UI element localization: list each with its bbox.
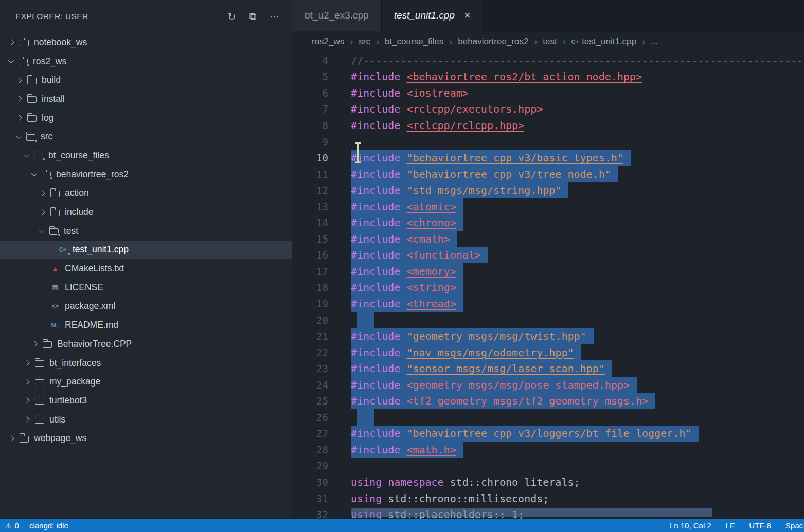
chevron-right-icon [39,209,45,215]
code-line-7[interactable]: 7#include <rclcpp/executors.hpp> [292,101,804,118]
code-line-27[interactable]: 27#include "behaviortree_cpp_v3/loggers/… [292,426,804,442]
tree-item-install[interactable]: install [0,89,292,108]
tree-item-ros2_ws[interactable]: ros2_ws [0,52,292,71]
line-number: 8 [292,117,328,134]
code-line-14[interactable]: 14#include <chrono> [292,214,804,231]
tree-item-label: src [41,131,52,142]
tree-item-bt_interfaces[interactable]: bt_interfaces [0,354,292,373]
status-right: Ln 10, Col 2LFUTF-8Spac [670,521,803,530]
code-line-10[interactable]: 10#include "behaviortree_cpp_v3/basic_ty… [292,150,804,166]
code-line-28[interactable]: 28#include <math.h> [292,442,804,458]
explorer-sidebar: EXPLORER: USER ↻⧉⋯ notebook_wsros2_wsbui… [0,0,292,519]
code-line-13[interactable]: 13#include <atomic> [292,198,804,215]
line-number: 28 [292,442,328,458]
breadcrumb-item-test_unit1.cpp[interactable]: C+test_unit1.cpp [571,36,636,47]
tab-bt_u2_ex3.cpp[interactable]: bt_u2_ex3.cpp [292,0,382,31]
code-line-21[interactable]: 21#include "geometry_msgs/msg/twist.hpp" [292,328,804,344]
code-line-16[interactable]: 16#include <functional> [292,247,804,264]
code-line-29[interactable]: 29 [292,458,804,474]
breadcrumb-item-bt_course_files[interactable]: bt_course_files [385,36,443,47]
code-editor[interactable]: 4//-------------------------------------… [292,52,804,519]
breadcrumb-item-...[interactable]: ... [651,36,658,47]
code-line-25[interactable]: 25#include <tf2_geometry_msgs/tf2_geomet… [292,393,804,409]
tree-item-include[interactable]: include [0,203,292,222]
line-number: 31 [292,490,328,507]
code-line-17[interactable]: 17#include <memory> [292,263,804,280]
status-cursor-position[interactable]: Ln 10, Col 2 [670,521,711,530]
modified-dot [49,176,53,180]
code-line-22[interactable]: 22#include "nav_msgs/msg/odometry.hpp" [292,344,804,361]
folder-icon [27,96,37,103]
tree-item-my_package[interactable]: my_package [0,372,292,391]
status-eol-sequence[interactable]: LF [726,521,735,530]
tree-item-BehaviorTree.CPP[interactable]: BehaviorTree.CPP [0,335,292,354]
breadcrumb-item-src[interactable]: src [359,36,370,47]
status-indentation[interactable]: Spac [785,521,803,530]
tree-item-turtlebot3[interactable]: turtlebot3 [0,391,292,410]
code-line-4[interactable]: 4//-------------------------------------… [292,52,804,69]
chevron-right-icon [24,360,29,365]
tree-item-label: utils [49,414,65,425]
code-line-12[interactable]: 12#include "std_msgs/msg/string.hpp" [292,182,804,198]
code-line-23[interactable]: 23#include "sensor_msgs/msg/laser_scan.h… [292,360,804,377]
tree-item-LICENSE[interactable]: ▤LICENSE [0,278,292,297]
tree-item-build[interactable]: build [0,70,292,89]
vscode-window: EXPLORER: USER ↻⧉⋯ notebook_wsros2_wsbui… [0,0,804,519]
code-line-15[interactable]: 15#include <cmath> [292,231,804,247]
breadcrumb-item-behaviortree_ros2[interactable]: behaviortree_ros2 [458,36,528,47]
tree-item-label: BehaviorTree.CPP [57,339,132,350]
tree-item-package.xml[interactable]: <>package.xml [0,297,292,316]
breadcrumb-separator: › [376,36,379,47]
code-line-24[interactable]: 24#include <geometry_msgs/msg/pose_stamp… [292,377,804,393]
chevron-right-icon [16,77,22,83]
refresh-icon[interactable]: ↻ [228,11,236,23]
status-encoding[interactable]: UTF-8 [749,521,771,530]
chevron-right-icon [39,190,45,196]
tree-item-src[interactable]: src [0,127,292,146]
modified-dot [26,63,30,67]
code-line-11[interactable]: 11#include "behaviortree_cpp_v3/tree_nod… [292,166,804,182]
tree-item-notebook_ws[interactable]: notebook_ws [0,33,292,52]
md-file-icon: M↓ [50,322,60,329]
tree-item-label: my_package [49,376,100,387]
tree-item-CMakeLists.txt[interactable]: ▲CMakeLists.txt [0,259,292,278]
code-line-6[interactable]: 6#include <iostream> [292,85,804,101]
breadcrumb-item-ros2_ws[interactable]: ros2_ws [312,36,344,47]
code-line-8[interactable]: 8#include <rclcpp/rclcpp.hpp> [292,117,804,134]
tree-item-test[interactable]: test [0,222,292,241]
tab-test_unit1.cpp[interactable]: test_unit1.cpp× [382,0,484,31]
code-line-9[interactable]: 9 [292,134,804,150]
status-problems[interactable]: ⚠0 [5,521,19,530]
tree-item-README.md[interactable]: M↓README.md [0,316,292,335]
more-actions-icon[interactable]: ⋯ [270,11,279,23]
chevron-right-icon [24,398,29,403]
code-line-20[interactable]: 20 [292,312,804,328]
folder-icon [34,153,43,159]
code-line-30[interactable]: 30using namespace std::chrono_literals; [292,474,804,490]
code-line-18[interactable]: 18#include <string> [292,280,804,296]
tree-item-action[interactable]: action [0,184,292,203]
code-line-26[interactable]: 26 [292,409,804,426]
tree-item-test_unit1.cpp[interactable]: C+test_unit1.cpp [0,241,292,260]
tree-item-bt_course_files[interactable]: bt_course_files [0,146,292,165]
code-line-19[interactable]: 19#include <thread> [292,296,804,312]
chevron-down-icon [31,171,37,176]
folder-icon [35,360,44,367]
modified-dot [42,157,46,161]
tree-item-log[interactable]: log [0,108,292,127]
close-icon[interactable]: × [464,10,471,21]
code-line-5[interactable]: 5#include <behaviortree_ros2/bt_action_n… [292,69,804,85]
chevron-right-icon [8,435,14,441]
horizontal-scrollbar[interactable] [351,508,712,517]
tree-item-label: README.md [65,320,118,331]
tree-item-label: bt_course_files [48,150,109,161]
tree-item-behaviortree_ros2[interactable]: behaviortree_ros2 [0,165,292,184]
code-line-31[interactable]: 31using std::chrono::milliseconds; [292,490,804,507]
breadcrumb-item-test[interactable]: test [543,36,557,47]
cmake-file-icon: ▲ [50,265,60,272]
tree-item-webpage_ws[interactable]: webpage_ws [0,429,292,448]
tree-item-utils[interactable]: utils [0,410,292,429]
line-number: 25 [292,393,328,409]
split-editor-icon[interactable]: ⧉ [249,11,256,23]
status-clangd-status[interactable]: clangd: idle [29,521,68,530]
